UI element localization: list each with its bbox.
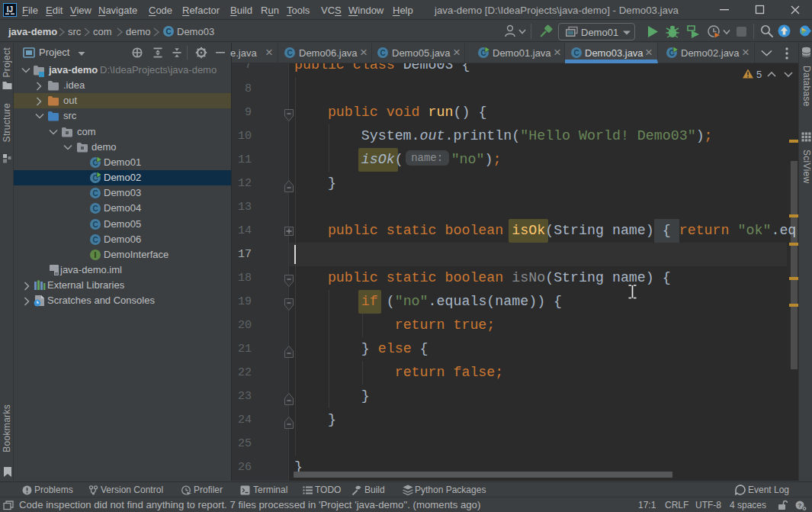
svg-text:C: C [92,204,98,213]
svg-text:C: C [165,27,171,36]
svg-text:C: C [287,49,292,57]
svg-text:C: C [92,221,98,229]
svg-text:I: I [95,251,97,259]
svg-text:IJ: IJ [7,5,13,14]
svg-text:C: C [380,49,385,57]
svg-text:C: C [92,236,98,244]
svg-text:C: C [92,189,98,198]
svg-text:?: ? [798,502,802,509]
svg-text:5: 5 [756,69,762,80]
svg-text:C: C [573,49,579,57]
